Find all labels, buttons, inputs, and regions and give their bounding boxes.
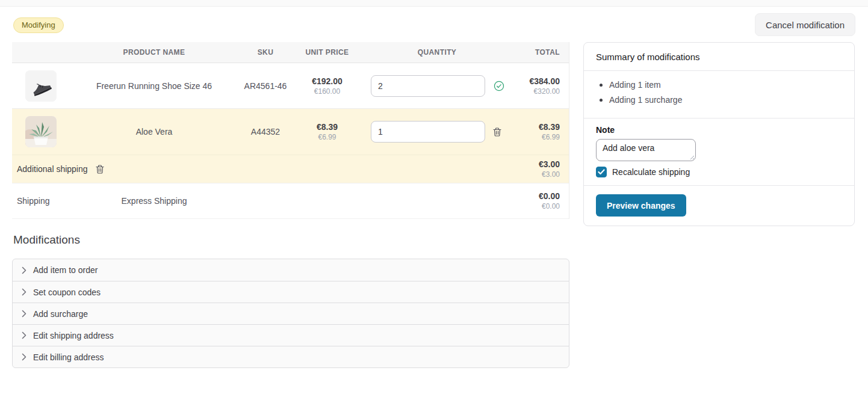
quantity-input[interactable]	[371, 75, 485, 97]
checkmark-icon	[598, 169, 605, 175]
accordion-edit-shipping-address[interactable]: Edit shipping address	[13, 324, 569, 346]
product-image-running-shoe	[25, 70, 57, 102]
accordion-add-item[interactable]: Add item to order	[13, 259, 569, 281]
accordion-add-surcharge[interactable]: Add surcharge	[13, 303, 569, 324]
order-items-table: PRODUCT NAME SKU UNIT PRICE QUANTITY TOT…	[12, 42, 569, 219]
recalculate-shipping-checkbox[interactable]	[596, 167, 607, 177]
preview-changes-button[interactable]: Preview changes	[596, 194, 686, 217]
accordion-label: Edit shipping address	[33, 331, 114, 340]
chevron-right-icon	[22, 331, 26, 339]
table-row-highlighted: Aloe Vera A44352 €8.39 €6.99 €8.39 €6.99	[12, 109, 569, 155]
note-textarea[interactable]: Add aloe vera	[596, 139, 696, 161]
table-header-row: PRODUCT NAME SKU UNIT PRICE QUANTITY TOT…	[12, 42, 569, 63]
surcharge-total-gross: €3.00	[539, 159, 560, 169]
column-quantity: QUANTITY	[362, 48, 512, 57]
chevron-right-icon	[22, 266, 26, 274]
unit-price-gross: €8.39	[293, 122, 362, 132]
shipping-total-gross: €0.00	[539, 191, 560, 201]
note-label: Note	[596, 125, 842, 135]
recalculate-shipping-option[interactable]: Recalculate shipping	[596, 167, 842, 177]
table-row: Freerun Running Shoe Size 46 AR4561-46 €…	[12, 63, 569, 109]
top-strip	[0, 0, 868, 7]
shipping-method: Express Shipping	[70, 196, 238, 206]
chevron-right-icon	[22, 310, 26, 318]
recalculate-shipping-label: Recalculate shipping	[612, 167, 690, 177]
shipping-total-net: €0.00	[542, 202, 560, 211]
modifications-title: Modifications	[13, 233, 80, 247]
unit-price-net: €6.99	[293, 133, 362, 141]
line-total-net: €320.00	[534, 87, 560, 96]
line-total-gross: €384.00	[529, 76, 560, 86]
accordion-label: Add item to order	[33, 265, 98, 275]
column-sku: SKU	[238, 48, 293, 57]
summary-bullet: Adding 1 surcharge	[596, 95, 842, 105]
product-name: Aloe Vera	[70, 127, 238, 137]
product-sku: A44352	[238, 127, 293, 137]
product-sku: AR4561-46	[238, 81, 293, 91]
accordion-label: Set coupon codes	[33, 287, 101, 297]
chevron-right-icon	[22, 288, 26, 296]
cancel-modification-button[interactable]: Cancel modification	[755, 13, 855, 36]
summary-bullet-list: Adding 1 item Adding 1 surcharge	[584, 71, 854, 118]
summary-title: Summary of modifications	[584, 43, 854, 71]
accordion-coupon-codes[interactable]: Set coupon codes	[13, 281, 569, 303]
chevron-right-icon	[22, 353, 26, 361]
surcharge-total-net: €3.00	[542, 170, 560, 179]
accordion-label: Add surcharge	[33, 309, 88, 319]
status-badge: Modifying	[13, 17, 64, 33]
summary-card: Summary of modifications Adding 1 item A…	[583, 42, 855, 226]
summary-bullet: Adding 1 item	[596, 80, 842, 90]
trash-icon	[95, 164, 105, 174]
accordion-label: Edit billing address	[33, 352, 104, 362]
column-product-name: PRODUCT NAME	[70, 48, 238, 57]
delete-item-button[interactable]	[491, 126, 503, 138]
delete-surcharge-button[interactable]	[94, 163, 106, 176]
unit-price-net: €160.00	[293, 87, 362, 96]
column-unit-price: UNIT PRICE	[293, 48, 362, 57]
line-total-net: €6.99	[542, 133, 560, 141]
trash-icon	[492, 127, 502, 137]
product-name: Freerun Running Shoe Size 46	[70, 81, 238, 91]
accordion-edit-billing-address[interactable]: Edit billing address	[13, 346, 569, 367]
check-circle-icon	[494, 81, 504, 91]
shipping-row: Shipping Express Shipping €0.00 €0.00	[12, 183, 569, 219]
surcharge-row: Additional shipping €3.00 €3.00	[12, 155, 569, 183]
unit-price-gross: €192.00	[293, 76, 362, 86]
modifications-accordion: Add item to order Set coupon codes Add s…	[12, 259, 569, 368]
surcharge-label: Additional shipping	[17, 164, 88, 174]
column-total: TOTAL	[512, 48, 569, 57]
line-total-gross: €8.39	[539, 122, 560, 132]
product-image-aloe-vera	[25, 116, 57, 147]
quantity-input[interactable]	[371, 121, 485, 143]
shipping-label: Shipping	[12, 196, 70, 206]
